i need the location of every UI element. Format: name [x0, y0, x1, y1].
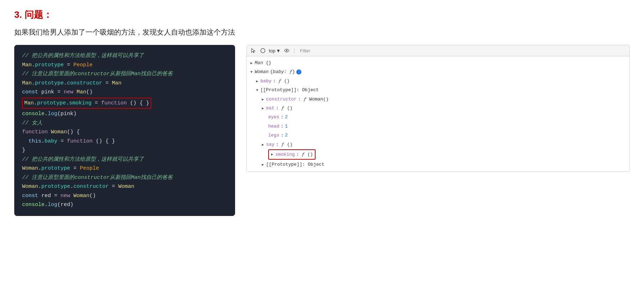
svg-point-3: [286, 50, 287, 51]
eye-icon[interactable]: [284, 47, 290, 54]
devtools-content: ▶ Man {} ▼ Woman {baby: ƒ} i ▶ baby : ƒ …: [247, 56, 629, 171]
code-panel: // 把公共的属性和方法给原型，这样就可以共享了 Man.prototype =…: [14, 45, 235, 216]
expand-man[interactable]: ▶: [250, 60, 253, 67]
tree-row-eat[interactable]: ▶ eat : ƒ (): [250, 104, 626, 113]
collapse-woman[interactable]: ▼: [250, 69, 253, 76]
expand-eat[interactable]: ▶: [262, 105, 264, 112]
content-row: // 把公共的属性和方法给原型，这样就可以共享了 Man.prototype =…: [14, 45, 630, 216]
code-line-1a: Man: [22, 62, 32, 68]
svg-marker-0: [251, 48, 255, 53]
tree-row-head: head : 1: [250, 122, 626, 131]
code-comment-1: // 把公共的属性和方法给原型，这样就可以共享了: [22, 53, 144, 59]
collapse-prototype[interactable]: ▼: [256, 87, 258, 94]
subtitle: 如果我们给男人添加了一个吸烟的方法，发现女人自动也添加这个方法: [14, 27, 630, 37]
tree-row-man[interactable]: ▶ Man {}: [250, 58, 626, 67]
dropdown-arrow: ▼: [276, 48, 281, 53]
tree-row-woman[interactable]: ▼ Woman {baby: ƒ} i: [250, 67, 626, 76]
cursor-icon[interactable]: [250, 47, 257, 54]
expand-baby[interactable]: ▶: [256, 78, 258, 85]
tree-row-baby[interactable]: ▶ baby : ƒ (): [250, 77, 626, 86]
tree-row-smoking[interactable]: ▶ smoking : ƒ (): [250, 149, 626, 160]
tree-row-legs: legs : 2: [250, 131, 626, 140]
tree-row-say[interactable]: ▶ say : ƒ (): [250, 140, 626, 149]
tree-row-proto2[interactable]: ▶ [[Prototype]]: Object: [250, 160, 626, 169]
smoking-highlight-box: ▶ smoking : ƒ (): [268, 149, 316, 160]
expand-say[interactable]: ▶: [262, 142, 264, 148]
top-selector[interactable]: top ▼: [269, 48, 281, 53]
section-title: 3. 问题：: [14, 9, 630, 21]
tree-row-constructor[interactable]: ▶ constructor : ƒ Woman(): [250, 95, 626, 104]
top-label: top: [269, 48, 275, 53]
devtools-panel: top ▼ | Filter ▶ Man {} ▼ Woman {baby: ƒ…: [246, 45, 630, 172]
svg-point-1: [261, 48, 265, 53]
tree-row-prototype-obj[interactable]: ▼ [[Prototype]]: Object: [250, 86, 626, 94]
info-icon[interactable]: i: [296, 69, 301, 74]
expand-proto2[interactable]: ▶: [262, 162, 264, 168]
devtools-toolbar: top ▼ | Filter: [247, 45, 629, 56]
expand-constructor[interactable]: ▶: [262, 97, 264, 103]
circle-icon[interactable]: [260, 47, 266, 54]
tree-row-eyes: eyes : 2: [250, 113, 626, 122]
expand-smoking[interactable]: ▶: [271, 151, 273, 158]
filter-label[interactable]: Filter: [300, 48, 310, 53]
code-block: // 把公共的属性和方法给原型，这样就可以共享了 Man.prototype =…: [22, 51, 227, 210]
